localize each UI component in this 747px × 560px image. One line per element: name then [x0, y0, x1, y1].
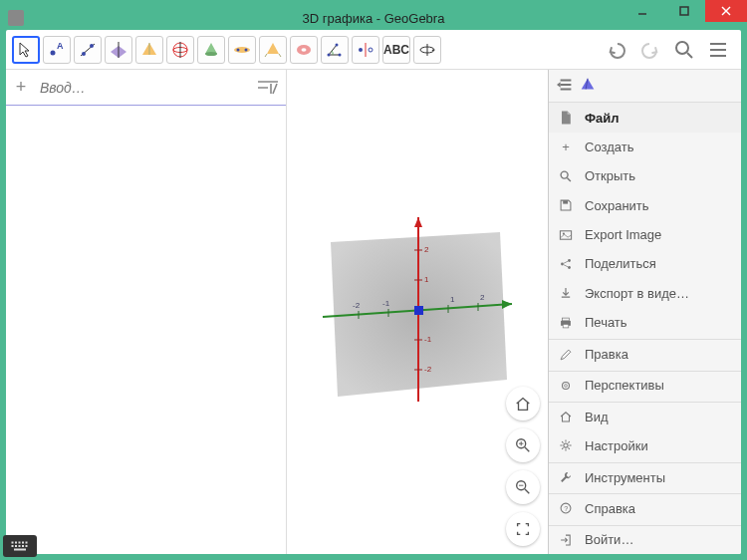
svg-rect-99: [14, 549, 26, 551]
svg-point-85: [564, 443, 568, 447]
perspective-3d-icon: [579, 76, 597, 97]
sphere-tool[interactable]: [166, 36, 194, 64]
symbol-keyboard-button[interactable]: [250, 70, 286, 106]
svg-point-70: [561, 171, 568, 178]
maximize-button[interactable]: [663, 0, 705, 22]
svg-point-4: [51, 50, 56, 55]
svg-rect-93: [26, 542, 28, 544]
pencil-icon: [557, 346, 575, 364]
svg-rect-91: [19, 542, 21, 544]
svg-text:-1: -1: [382, 299, 390, 308]
svg-point-14: [205, 52, 217, 56]
main-menu: Файл +Создать Открыть Сохранить Export I…: [548, 70, 741, 554]
algebra-panel: +: [6, 70, 287, 554]
svg-point-30: [676, 42, 688, 54]
3d-view[interactable]: -2 -1 1 2 2 1 -1 -2: [287, 70, 548, 554]
menu-item-share[interactable]: Поделиться: [549, 249, 741, 278]
plane-tool[interactable]: [105, 36, 132, 64]
menu-section-signin[interactable]: Войти…: [549, 525, 741, 554]
rotate-view-tool[interactable]: [413, 36, 441, 64]
svg-point-84: [565, 384, 568, 387]
wrench-icon: [557, 468, 575, 486]
close-button[interactable]: [705, 0, 747, 22]
svg-rect-72: [563, 200, 568, 204]
plus-icon: +: [557, 138, 575, 155]
add-input-button[interactable]: +: [6, 70, 36, 106]
menu-section-edit[interactable]: Правка: [549, 339, 741, 368]
svg-point-17: [245, 48, 248, 51]
torus-tool[interactable]: [290, 36, 318, 64]
menu-item-print[interactable]: Печать: [549, 308, 741, 337]
menu-section-help[interactable]: ?Справка: [549, 493, 741, 522]
image-icon: [557, 226, 575, 244]
print-icon: [557, 314, 575, 332]
angle-tool[interactable]: [321, 36, 349, 64]
menu-item-export-image[interactable]: Export Image: [549, 220, 741, 249]
line-tool[interactable]: [74, 36, 102, 64]
svg-line-71: [567, 177, 571, 181]
home-view-button[interactable]: [506, 387, 540, 420]
settings-icon: [557, 436, 575, 454]
svg-text:?: ?: [564, 505, 568, 512]
svg-line-58: [525, 447, 530, 452]
menu-section-settings[interactable]: Настройки: [549, 430, 741, 459]
fullscreen-button[interactable]: [506, 512, 540, 546]
pyramid-tool[interactable]: [135, 36, 163, 64]
svg-text:2: 2: [424, 245, 429, 254]
text-tool[interactable]: ABC: [382, 36, 410, 64]
svg-point-7: [82, 52, 86, 56]
toolbar: A ABC: [6, 30, 741, 70]
menu-item-save[interactable]: Сохранить: [549, 190, 741, 219]
window-controls: [622, 0, 747, 22]
help-icon: ?: [557, 499, 575, 517]
svg-line-78: [564, 261, 568, 263]
svg-point-23: [339, 53, 342, 56]
svg-point-15: [234, 47, 250, 53]
abc-label: ABC: [383, 43, 409, 57]
svg-point-76: [561, 262, 564, 265]
svg-point-24: [336, 43, 339, 46]
svg-rect-82: [563, 324, 569, 328]
gear-outline-icon: [557, 377, 575, 395]
search-icon: [557, 167, 575, 185]
svg-marker-39: [414, 217, 422, 227]
svg-point-21: [302, 48, 307, 52]
zoom-in-button[interactable]: [506, 428, 540, 462]
redo-button[interactable]: [633, 33, 667, 67]
titlebar: 3D графика - GeoGebra: [6, 6, 741, 30]
file-icon: [557, 109, 575, 127]
svg-line-18: [265, 54, 267, 57]
point-tool[interactable]: A: [43, 36, 71, 64]
minimize-button[interactable]: [622, 0, 663, 22]
svg-rect-90: [15, 542, 17, 544]
menu-item-open[interactable]: Открыть: [549, 161, 741, 190]
svg-point-8: [90, 44, 94, 48]
cone-tool[interactable]: [197, 36, 225, 64]
menu-button[interactable]: [701, 33, 735, 67]
menu-item-new[interactable]: +Создать: [549, 133, 741, 161]
input-row: +: [6, 70, 286, 106]
menu-header-file[interactable]: Файл: [549, 103, 741, 132]
svg-rect-89: [12, 542, 14, 544]
algebra-input[interactable]: [36, 80, 250, 96]
search-button[interactable]: [667, 33, 701, 67]
intersection-tool[interactable]: [228, 36, 256, 64]
menu-section-tools[interactable]: Инструменты: [549, 462, 741, 491]
menu-item-export-as[interactable]: Экспорт в виде…: [549, 279, 741, 308]
undo-button[interactable]: [600, 33, 633, 67]
svg-rect-92: [22, 542, 24, 544]
menu-header[interactable]: [549, 70, 741, 103]
menu-section-perspectives[interactable]: Перспективы: [549, 371, 741, 400]
menu-section-view[interactable]: Вид: [549, 402, 741, 430]
svg-line-79: [564, 265, 568, 267]
reflect-tool[interactable]: [352, 36, 379, 64]
svg-text:1: 1: [424, 275, 429, 284]
home-icon: [557, 408, 575, 425]
net-tool[interactable]: [259, 36, 287, 64]
svg-marker-37: [502, 300, 512, 309]
svg-line-62: [525, 489, 530, 494]
svg-text:-2: -2: [353, 301, 361, 310]
move-tool[interactable]: [12, 36, 40, 64]
virtual-keyboard-button[interactable]: [3, 535, 37, 557]
zoom-out-button[interactable]: [506, 470, 540, 504]
